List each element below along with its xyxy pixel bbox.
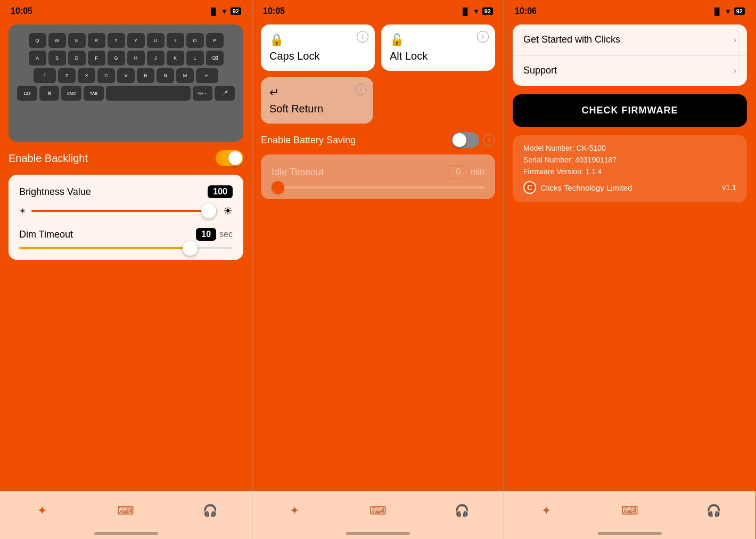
signal-icon-1: ▐▌ <box>208 7 218 15</box>
battery-saving-toggle[interactable] <box>451 132 479 148</box>
time-2: 10:05 <box>263 6 285 16</box>
key-h: H <box>127 51 145 66</box>
tab-about-2[interactable]: 🎧 <box>446 497 478 524</box>
idle-timeout-header: Idle Timeout 0 min <box>272 165 484 179</box>
dim-row: Dim Timeout 10 sec <box>19 228 233 249</box>
key-special2: %+→ <box>193 86 213 101</box>
status-icons-2: ▐▌ ▼ 92 <box>460 7 493 15</box>
tab-keyboard-3[interactable]: ⌨ <box>614 497 646 524</box>
battery-saving-info-btn[interactable]: i <box>483 134 495 146</box>
key-k: K <box>167 51 184 66</box>
tab-backlight-3[interactable]: ✦ <box>530 497 562 524</box>
key-f: F <box>88 51 105 66</box>
home-indicator-1 <box>94 532 158 535</box>
key-x: X <box>78 68 95 83</box>
get-started-item[interactable]: Get Started with Clicks › <box>513 24 747 55</box>
battery-3: 92 <box>734 7 745 15</box>
dim-thumb[interactable] <box>183 241 198 256</box>
screen2-keys: 10:05 ▐▌ ▼ 92 🔒 i Caps Lock 🔓 i Alt Lock… <box>252 0 504 539</box>
key-e: E <box>68 33 86 48</box>
tab-keyboard-2[interactable]: ⌨ <box>362 497 394 524</box>
key-y: Y <box>127 33 145 48</box>
brand-name-text: Clicks Technology Limited <box>540 183 632 192</box>
screen1-backlight: 10:05 ▐▌ ▼ 92 Q W E R T Y U I O P <box>0 0 252 539</box>
brand-name: C Clicks Technology Limited <box>523 181 632 194</box>
alt-lock-info-btn[interactable]: i <box>477 31 489 43</box>
brightness-track[interactable] <box>31 210 218 212</box>
alt-lock-icon: 🔓 <box>390 33 487 47</box>
key-w: W <box>48 33 66 48</box>
idle-slider-track <box>272 186 484 189</box>
key-o: O <box>186 33 204 48</box>
about-section: Get Started with Clicks › Support › CHEC… <box>513 24 747 202</box>
caps-lock-title: Caps Lock <box>269 50 366 62</box>
idle-timeout-value-row: 0 min <box>448 165 484 179</box>
dim-title: Dim Timeout <box>19 229 73 240</box>
alt-lock-card[interactable]: 🔓 i Alt Lock <box>381 24 495 71</box>
key-j: J <box>147 51 165 66</box>
key-s: S <box>48 51 66 66</box>
backlight-label: Enable Backlight <box>9 152 88 165</box>
caps-lock-info-btn[interactable]: i <box>357 31 368 43</box>
tab-about-3[interactable]: 🎧 <box>697 497 729 524</box>
battery-toggle-knob <box>453 133 466 147</box>
support-item[interactable]: Support › <box>513 55 747 86</box>
tab-backlight-1[interactable]: ✦ <box>26 497 58 524</box>
tab-about-1[interactable]: 🎧 <box>194 497 226 524</box>
key-v: V <box>117 68 135 83</box>
key-mic: 🎤 <box>215 86 235 101</box>
serial-number: Serial Number: 4031901187 <box>523 156 736 164</box>
key-a: A <box>29 51 46 66</box>
key-shift: ⇧ <box>34 68 56 83</box>
soft-return-icon: ↵ <box>269 86 365 100</box>
tab-icon-backlight-1: ✦ <box>37 504 47 518</box>
caps-lock-card[interactable]: 🔒 i Caps Lock <box>261 24 375 71</box>
key-l: L <box>186 51 204 66</box>
check-firmware-button[interactable]: CHECK FIRMWARE <box>513 94 747 127</box>
screen3-about: 10:06 ▐▌ ▼ 92 Get Started with Clicks › … <box>504 0 755 539</box>
key-123: 123 <box>17 86 37 101</box>
dim-track-row <box>19 247 233 249</box>
brightness-header: Brightness Value 100 <box>19 185 233 198</box>
model-number: Model Number: CK-5100 <box>523 144 736 152</box>
battery-1: 92 <box>231 7 241 15</box>
signal-icon-3: ▐▌ <box>712 7 721 15</box>
slider-card: Brightness Value 100 ☀ ☀ Dim Timeout <box>9 175 243 260</box>
key-cards-row2: ↵ i Soft Return <box>261 77 495 124</box>
idle-unit: min <box>471 167 484 177</box>
brightness-thumb[interactable] <box>201 203 216 218</box>
keyboard-row-2: A S D F G H J K L ⌫ <box>17 51 235 66</box>
brightness-value: 100 <box>208 185 233 198</box>
brand-row: C Clicks Technology Limited v1.1 <box>523 181 736 194</box>
check-firmware-label: CHECK FIRMWARE <box>582 105 678 116</box>
key-b: B <box>137 68 154 83</box>
soft-return-title: Soft Return <box>269 103 365 115</box>
tab-backlight-2[interactable]: ✦ <box>278 497 310 524</box>
backlight-toggle[interactable] <box>216 150 243 166</box>
key-enter: ↵ <box>196 68 218 83</box>
wifi-icon-2: ▼ <box>473 7 480 15</box>
keyboard-row-1: Q W E R T Y U I O P <box>17 33 235 48</box>
tab-keyboard-1[interactable]: ⌨ <box>110 497 142 524</box>
key-z: Z <box>58 68 76 83</box>
key-cards-section: 🔒 i Caps Lock 🔓 i Alt Lock ↵ i Soft Retu… <box>261 24 495 124</box>
soft-return-card[interactable]: ↵ i Soft Return <box>261 77 373 124</box>
backlight-toggle-row: Enable Backlight <box>9 150 243 166</box>
dim-value: 10 <box>196 228 216 241</box>
idle-timeout-card: Idle Timeout 0 min <box>261 154 495 199</box>
soft-return-info-btn[interactable]: i <box>355 84 367 95</box>
dim-track[interactable] <box>19 247 233 249</box>
key-r: R <box>88 33 105 48</box>
brightness-track-row: ☀ ☀ <box>19 205 233 217</box>
dim-value-unit: 10 sec <box>196 228 233 241</box>
backlight-section: Enable Backlight Brightness Value 100 ☀ <box>9 150 243 260</box>
key-cmd: ⌘ <box>39 86 60 101</box>
brightness-row: Brightness Value 100 ☀ ☀ <box>19 185 233 217</box>
keyboard-illustration: Q W E R T Y U I O P A S D F G H J K <box>9 24 243 142</box>
idle-timeout-title: Idle Timeout <box>272 167 324 178</box>
tab-icon-about-2: 🎧 <box>455 504 469 518</box>
status-bar-3: 10:06 ▐▌ ▼ 92 <box>504 0 755 20</box>
keyboard-row-3: ⇧ Z X C V B N M ↵ <box>17 68 235 83</box>
tab-icon-keyboard-1: ⌨ <box>117 504 134 518</box>
key-q: Q <box>29 33 46 48</box>
